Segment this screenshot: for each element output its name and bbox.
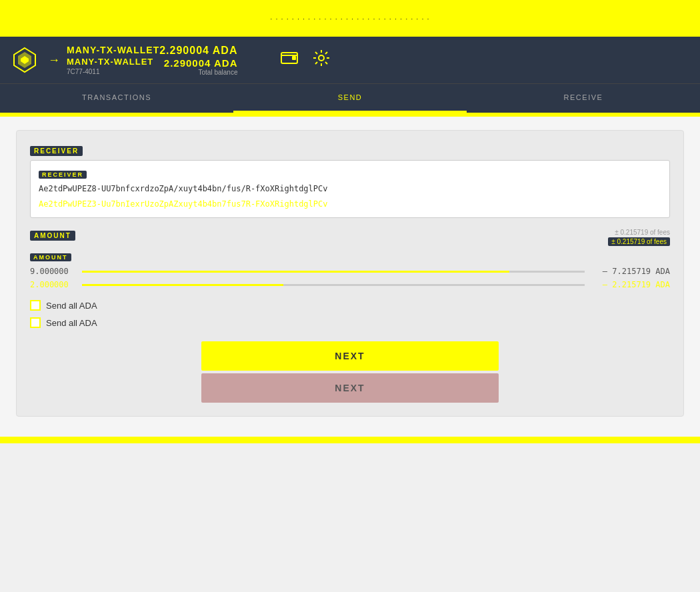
wallet-icon xyxy=(280,49,299,67)
wallet-info: MANY-TX-WALLET MANY-TX-WALLET 7C77-4011 xyxy=(67,45,159,75)
next-button-2[interactable]: Next xyxy=(201,373,498,403)
header-arrow-icon: → xyxy=(48,53,60,67)
header: → MANY-TX-WALLET MANY-TX-WALLET 7C77-401… xyxy=(0,37,700,83)
balance-label: Total balance xyxy=(199,69,238,76)
amount-row-1: 9.000000 — 7.215719 ADA xyxy=(30,267,670,276)
amount-row-2: 2.000000 — 2.215719 ADA xyxy=(30,280,670,289)
amount-result-1: — 7.215719 ADA xyxy=(590,267,670,276)
amount-slider-fill-2 xyxy=(82,284,283,286)
top-banner-text: · · · · · · · · · · · · · · · · · · · · … xyxy=(270,15,429,23)
send-all-checkbox-1[interactable] xyxy=(30,300,41,311)
amount-result-2: — 2.215719 ADA xyxy=(590,280,670,289)
amount-input-label: AMOUNT xyxy=(30,253,71,261)
header-icons xyxy=(277,46,333,74)
receiver-section-label: RECEIVER xyxy=(30,146,83,156)
send-card: RECEIVER RECEIVER Ae2tdPwUPEZ8-UU7bnfcxr… xyxy=(16,130,684,417)
settings-icon-btn[interactable] xyxy=(309,46,333,74)
balance-amount-2: 2.290004 ADA xyxy=(164,57,238,69)
amount-value-2: 2.000000 xyxy=(30,280,77,289)
bottom-bar xyxy=(0,437,700,443)
svg-line-12 xyxy=(325,62,327,64)
amount-value-1: 9.000000 xyxy=(30,267,77,276)
send-all-label-2[interactable]: Send all ADA xyxy=(46,318,97,328)
tab-send[interactable]: SEND xyxy=(233,84,467,113)
balance-amount-1: 2.290004 ADA xyxy=(159,45,237,57)
receiver-box: RECEIVER Ae2tdPwUPEZ8-UU7bnfcxrdzoZpA/xu… xyxy=(30,160,670,218)
send-all-label-1[interactable]: Send all ADA xyxy=(46,301,97,311)
wallet-id: 7C77-4011 xyxy=(67,68,159,75)
amount-slider-fill-1 xyxy=(82,271,509,273)
receiver-address-1[interactable]: Ae2tdPwUPEZ8-UU7bnfcxrdzoZpA/xuyt4b4bn/f… xyxy=(39,183,661,195)
logo xyxy=(8,43,41,77)
amount-section-label: AMOUNT xyxy=(30,231,75,241)
send-all-checkbox-2[interactable] xyxy=(30,317,41,328)
amount-slider-track-2[interactable] xyxy=(82,284,585,286)
next-button-1[interactable]: Next xyxy=(201,341,498,371)
next-btn-container: Next Next xyxy=(30,341,670,403)
logo-icon xyxy=(11,47,38,73)
receiver-input-label: RECEIVER xyxy=(39,171,87,179)
svg-line-13 xyxy=(325,52,327,54)
svg-line-14 xyxy=(315,62,317,64)
receiver-address-2[interactable]: Ae2tdPwUPEZ3-Uu7bnIexrUzoZpAZxuyt4b4bn7f… xyxy=(39,198,661,211)
top-banner: · · · · · · · · · · · · · · · · · · · · … xyxy=(0,0,700,37)
amount-header: AMOUNT ± 0.215719 of fees ± 0.215719 of … xyxy=(30,229,670,246)
wallet-name-1: MANY-TX-WALLET xyxy=(67,45,159,55)
settings-icon xyxy=(312,49,331,67)
main-content: RECEIVER RECEIVER Ae2tdPwUPEZ8-UU7bnfcxr… xyxy=(0,117,700,437)
tab-receive[interactable]: RECEIVE xyxy=(467,84,700,113)
amount-slider-track-1[interactable] xyxy=(82,271,585,273)
send-all-row-1: Send all ADA xyxy=(30,300,670,311)
svg-line-11 xyxy=(315,52,317,54)
amount-section: AMOUNT ± 0.215719 of fees ± 0.215719 of … xyxy=(30,229,670,289)
wallet-name-2: MANY-TX-WALLET xyxy=(67,57,159,67)
fee-info-2: ± 0.215719 of fees xyxy=(608,237,670,246)
tab-transactions[interactable]: TRANSACTIONS xyxy=(0,84,233,113)
svg-rect-4 xyxy=(292,56,296,60)
receiver-section: RECEIVER RECEIVER Ae2tdPwUPEZ8-UU7bnfcxr… xyxy=(30,144,670,218)
tab-bar: TRANSACTIONS SEND RECEIVE xyxy=(0,83,700,113)
send-all-row-2: Send all ADA xyxy=(30,317,670,328)
svg-point-6 xyxy=(319,55,324,61)
header-balance: 2.290004 ADA 2.290004 ADA Total balance xyxy=(159,45,237,76)
fee-info-1: ± 0.215719 of fees xyxy=(615,229,670,236)
wallet-icon-btn[interactable] xyxy=(277,46,301,74)
